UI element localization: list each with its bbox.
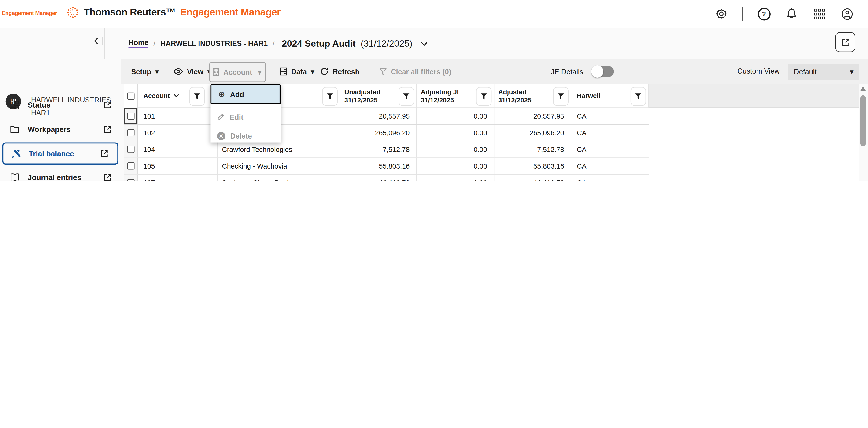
account-menu-button[interactable]: Account▼	[209, 62, 266, 82]
setup-menu-button[interactable]: Setup▼	[131, 59, 159, 84]
sidebar-item-status[interactable]: Status	[0, 94, 121, 116]
external-link-icon[interactable]	[103, 125, 112, 133]
unadjusted-cell[interactable]: 7,512.78	[340, 141, 417, 158]
adjusting-filter-icon[interactable]	[476, 87, 492, 106]
row-checkbox[interactable]	[127, 113, 134, 120]
adjusting-cell[interactable]: 0.00	[417, 108, 494, 124]
account-code-cell[interactable]: 104	[138, 141, 218, 158]
sidebar: HI HARWELL INDUSTRIES HAR1 Status Wo	[0, 28, 121, 181]
settings-gear-icon[interactable]	[715, 7, 728, 21]
grouping-cell[interactable]: CA	[571, 158, 649, 174]
account-column-header[interactable]: Account	[138, 84, 217, 99]
engagement-period: (31/12/2025)	[361, 38, 412, 49]
sidebar-item-label: Trial balance	[29, 149, 100, 158]
external-link-icon[interactable]	[100, 149, 108, 158]
sidebar-item-trial-balance[interactable]: Trial balance	[2, 143, 118, 165]
sidebar-item-journal-entries[interactable]: Journal entries	[0, 166, 121, 181]
table-row: 102265,096.200.00265,096.20CA	[124, 125, 649, 141]
custom-view-select[interactable]: Default ▼	[788, 64, 859, 80]
open-in-new-window-button[interactable]	[835, 32, 855, 52]
breadcrumb-client-link[interactable]: HARWELL INDUSTRIES - HAR1	[160, 39, 268, 47]
adjusted-cell[interactable]: 7,512.78	[494, 141, 571, 158]
row-checkbox[interactable]	[127, 163, 134, 170]
external-link-icon[interactable]	[103, 101, 112, 109]
folder-icon	[10, 124, 20, 134]
sort-chevron-icon	[173, 94, 179, 98]
row-checkbox-cell[interactable]	[124, 158, 138, 174]
sidebar-item-workpapers[interactable]: Workpapers	[0, 118, 121, 140]
grouping-cell[interactable]: CA	[571, 141, 649, 158]
table-row: 104Crawford Technologies7,512.780.007,51…	[124, 141, 649, 158]
adjusted-cell[interactable]: 55,803.16	[494, 158, 571, 174]
account-name-cell[interactable]: Savings - Chase Bank	[218, 175, 340, 181]
grouping-cell[interactable]: CA	[571, 108, 649, 124]
unadjusted-cell[interactable]: 265,096.20	[340, 125, 417, 141]
scrollbar-thumb[interactable]	[860, 95, 866, 146]
je-details-label: JE Details	[551, 67, 583, 76]
select-all-checkbox[interactable]	[127, 93, 134, 100]
row-checkbox-cell[interactable]	[124, 125, 138, 141]
clear-filters-button[interactable]: Clear all filters (0)	[379, 59, 451, 84]
adjusted-cell[interactable]: 20,557.95	[494, 108, 571, 124]
account-code-cell[interactable]: 107	[138, 175, 218, 181]
row-checkbox[interactable]	[127, 129, 134, 136]
row-checkbox-cell[interactable]	[124, 141, 138, 158]
table-row: 10120,557.950.0020,557.95CA	[124, 108, 649, 125]
add-label: Add	[230, 90, 244, 98]
breadcrumb-home-link[interactable]: Home	[128, 38, 148, 48]
table-row: 105Checking - Wachovia55,803.160.0055,80…	[124, 158, 649, 175]
header-divider	[742, 6, 743, 21]
edit-pencil-icon	[217, 113, 225, 121]
account-code-cell[interactable]: 101	[138, 108, 218, 124]
account-avatar-icon[interactable]	[840, 7, 854, 21]
row-checkbox[interactable]	[127, 146, 134, 153]
unadjusted-cell[interactable]: 55,803.16	[340, 158, 417, 174]
menu-item-delete[interactable]: ✕ Delete	[210, 130, 280, 142]
account-name-cell[interactable]: Crawford Technologies	[218, 141, 340, 158]
vertical-scrollbar[interactable]	[859, 84, 867, 181]
sidebar-item-label: Status	[28, 101, 103, 109]
menu-item-add[interactable]: ⊕ Add	[210, 84, 280, 104]
engagement-chevron-down-icon[interactable]	[421, 41, 428, 47]
view-menu-button[interactable]: View▼	[173, 59, 211, 84]
edit-label: Edit	[230, 113, 243, 121]
adjusted-cell[interactable]: 10,110.72	[494, 175, 571, 181]
grouping-filter-icon[interactable]	[630, 87, 646, 106]
engagement-title: 2024 Setup Audit	[282, 38, 356, 49]
refresh-button[interactable]: Refresh	[320, 59, 360, 84]
sidebar-item-label: Workpapers	[28, 125, 103, 133]
adjusted-cell[interactable]: 265,096.20	[494, 125, 571, 141]
eye-icon	[173, 67, 183, 75]
data-menu-button[interactable]: Data▼	[280, 59, 314, 84]
account-filter-icon[interactable]	[189, 87, 205, 106]
adjusting-cell[interactable]: 0.00	[417, 141, 494, 158]
row-checkbox-cell[interactable]	[124, 175, 138, 181]
row-checkbox[interactable]	[127, 179, 134, 181]
help-icon[interactable]: ?	[757, 7, 771, 21]
notifications-bell-icon[interactable]	[785, 7, 798, 21]
name-filter-icon[interactable]	[322, 87, 338, 106]
account-name-cell[interactable]: Checking - Wachovia	[218, 158, 340, 174]
unadjusted-filter-icon[interactable]	[399, 87, 414, 106]
breadcrumb-separator: /	[153, 39, 155, 47]
apps-grid-icon[interactable]	[813, 7, 826, 21]
je-details-toggle[interactable]	[591, 66, 614, 77]
mini-brand-label: Engagement Manager	[2, 10, 57, 16]
external-link-icon[interactable]	[103, 173, 112, 181]
row-checkbox-cell[interactable]	[124, 108, 138, 124]
unadjusted-cell[interactable]: 20,557.95	[340, 108, 417, 124]
account-code-cell[interactable]: 105	[138, 158, 218, 174]
grouping-cell[interactable]: CA	[571, 175, 649, 181]
adjusting-cell[interactable]: 0.00	[417, 158, 494, 174]
scroll-up-arrow[interactable]	[860, 86, 866, 91]
account-code-cell[interactable]: 102	[138, 125, 218, 141]
adjusting-cell[interactable]: 0.00	[417, 175, 494, 181]
menu-item-edit[interactable]: Edit	[210, 111, 280, 123]
grouping-cell[interactable]: CA	[571, 125, 649, 141]
adjusted-filter-icon[interactable]	[553, 87, 568, 106]
account-dropdown-menu: ⊕ Add Edit ✕ Delete	[210, 84, 280, 142]
adjusting-cell[interactable]: 0.00	[417, 125, 494, 141]
brand-name: Thomson Reuters™	[84, 6, 176, 18]
collapse-sidebar-icon[interactable]	[93, 35, 105, 47]
unadjusted-cell[interactable]: 10,110.72	[340, 175, 417, 181]
